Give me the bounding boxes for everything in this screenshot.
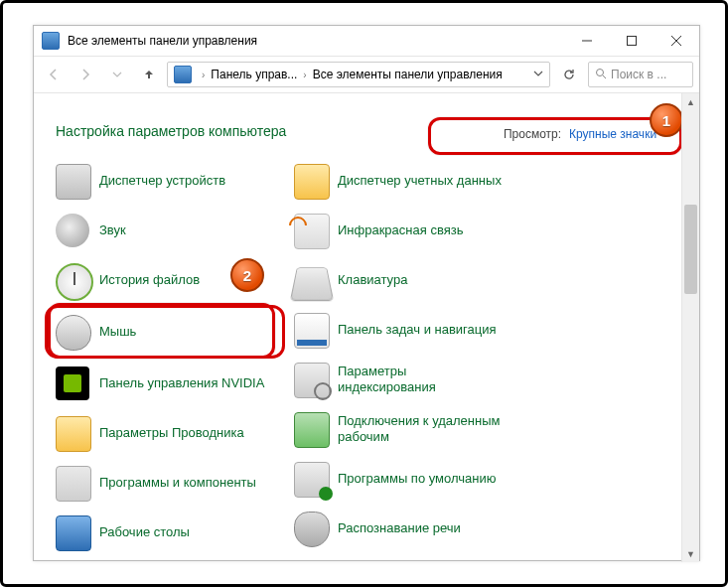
device-manager-icon	[56, 164, 89, 198]
control-panel-item[interactable]: Диспетчер учетных данных	[294, 157, 532, 205]
default-programs-icon	[294, 462, 328, 496]
taskbar-nav-icon	[294, 313, 328, 347]
control-panel-item[interactable]: Панель управления NVIDIA	[56, 360, 294, 407]
control-panel-item[interactable]: Диспетчер устройств	[56, 157, 294, 205]
close-button[interactable]	[654, 26, 699, 56]
breadcrumb[interactable]: Все элементы панели управления	[311, 68, 505, 81]
window-buttons	[564, 26, 699, 56]
content-area: Настройка параметров компьютера Просмотр…	[34, 93, 699, 562]
toolbar: › Панель управ... › Все элементы панели …	[34, 57, 699, 93]
control-panel-item[interactable]: Инфракрасная связь	[294, 207, 532, 254]
callout-badge: 1	[650, 103, 683, 137]
keyboard-icon	[294, 263, 328, 297]
view-by-label: Просмотр:	[504, 127, 561, 141]
speech-recognition-icon	[294, 512, 328, 545]
explorer-options-icon	[56, 416, 89, 450]
control-panel-item[interactable]: Программы по умолчанию	[294, 455, 532, 503]
file-history-icon	[56, 263, 89, 297]
callout-badge: 2	[230, 258, 264, 292]
breadcrumb-separator-icon[interactable]: ›	[198, 70, 209, 80]
items-column-left: Диспетчер устройств Звук История файлов …	[56, 157, 294, 558]
up-button[interactable]	[135, 61, 163, 88]
minimize-button[interactable]	[564, 26, 609, 56]
scroll-down-button[interactable]: ▼	[682, 545, 699, 562]
remote-desktop-icon	[294, 412, 328, 446]
items-column-right: Диспетчер учетных данных Инфракрасная св…	[294, 157, 532, 558]
control-panel-item[interactable]: Панель задач и навигация	[294, 306, 532, 354]
svg-rect-0	[627, 37, 636, 46]
annotated-frame: Все элементы панели управления	[0, 0, 728, 587]
recent-locations-button[interactable]	[103, 61, 131, 88]
control-panel-item[interactable]: Рабочие столы	[56, 509, 294, 556]
vertical-scrollbar[interactable]: ▲ ▼	[681, 93, 699, 562]
control-panel-item[interactable]: Параметры индексирования	[294, 356, 532, 403]
forward-button[interactable]	[72, 61, 99, 88]
sound-icon	[56, 214, 89, 247]
credential-manager-icon	[294, 164, 328, 198]
svg-point-1	[597, 69, 604, 75]
items-grid: Диспетчер устройств Звук История файлов …	[34, 157, 699, 562]
control-panel-item[interactable]: Распознавание речи	[294, 505, 532, 552]
refresh-button[interactable]	[554, 62, 584, 87]
window-title: Все элементы панели управления	[68, 34, 564, 48]
control-panel-item[interactable]: Программы и компоненты	[56, 459, 294, 507]
control-panel-item-mouse[interactable]: Мышь	[46, 306, 284, 358]
infrared-icon	[294, 214, 328, 247]
address-bar-dropdown-icon[interactable]	[527, 68, 549, 81]
control-panel-icon	[42, 32, 60, 50]
control-panel-item[interactable]: Звук	[56, 207, 294, 254]
control-panel-item[interactable]: Параметры Проводника	[56, 409, 294, 457]
search-placeholder: Поиск в ...	[611, 68, 666, 81]
search-icon	[595, 68, 607, 82]
titlebar: Все элементы панели управления	[34, 26, 699, 57]
programs-features-icon	[56, 466, 89, 500]
control-panel-window: Все элементы панели управления	[33, 25, 700, 561]
desktops-icon	[56, 515, 89, 549]
control-panel-item[interactable]: Клавиатура	[294, 256, 532, 304]
search-input[interactable]: Поиск в ...	[588, 62, 693, 87]
scrollbar-thumb[interactable]	[684, 205, 697, 294]
page-title: Настройка параметров компьютера	[56, 123, 286, 139]
breadcrumb-separator-icon[interactable]: ›	[299, 70, 310, 80]
breadcrumb[interactable]: Панель управ...	[209, 68, 299, 81]
control-panel-icon	[174, 66, 192, 83]
content-header: Настройка параметров компьютера Просмотр…	[34, 93, 699, 157]
back-button[interactable]	[40, 61, 68, 88]
indexing-options-icon	[294, 363, 328, 396]
maximize-button[interactable]	[609, 26, 654, 56]
address-bar[interactable]: › Панель управ... › Все элементы панели …	[167, 62, 550, 87]
nvidia-icon	[56, 367, 89, 400]
mouse-icon	[56, 315, 89, 349]
scroll-up-button[interactable]: ▲	[682, 93, 699, 110]
control-panel-item[interactable]: Подключения к удаленным рабочим	[294, 405, 532, 453]
